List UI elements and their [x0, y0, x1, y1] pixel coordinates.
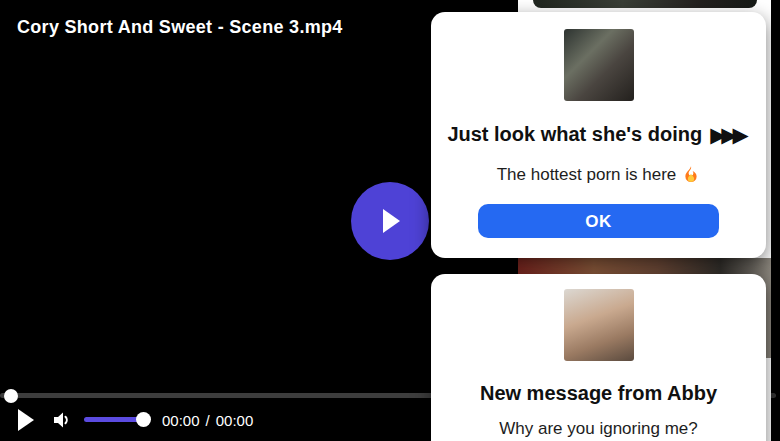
- time-display: 00:00 / 00:00: [162, 412, 253, 429]
- ok-button[interactable]: OK: [478, 204, 719, 238]
- ad-subtext-text: The hottest porn is here: [497, 165, 677, 184]
- speaker-low-icon: [49, 408, 73, 432]
- ad-heading: Just look what she's doing▶▶▶: [431, 123, 766, 147]
- ad-dialog[interactable]: Just look what she's doing▶▶▶ The hottes…: [431, 12, 766, 258]
- video-title: Cory Short And Sweet - Scene 3.mp4: [17, 17, 343, 38]
- triple-play-arrows-icon: ▶▶▶: [710, 123, 749, 147]
- duration: 00:00: [216, 412, 254, 429]
- message-dialog[interactable]: New message from Abby Why are you ignori…: [431, 274, 766, 441]
- mute-button[interactable]: [49, 408, 73, 432]
- big-play-button[interactable]: [351, 182, 429, 260]
- play-button[interactable]: [18, 409, 34, 431]
- seek-thumb[interactable]: [4, 389, 18, 403]
- play-icon: [383, 209, 400, 233]
- cutoff-photo-placeholder: [533, 0, 757, 8]
- message-body: Why are you ignoring me?: [431, 419, 766, 439]
- current-time: 00:00: [162, 412, 200, 429]
- volume-thumb[interactable]: [136, 412, 151, 427]
- ad-heading-text: Just look what she's doing: [447, 123, 702, 145]
- message-heading: New message from Abby: [431, 382, 766, 405]
- ad-thumbnail-image[interactable]: [564, 29, 634, 101]
- fire-icon: [682, 165, 700, 183]
- message-thumbnail-image[interactable]: [564, 289, 634, 361]
- ad-subtext: The hottest porn is here: [431, 165, 766, 185]
- time-separator: /: [206, 412, 210, 429]
- video-player: Cory Short And Sweet - Scene 3.mp4 00:00…: [0, 0, 780, 441]
